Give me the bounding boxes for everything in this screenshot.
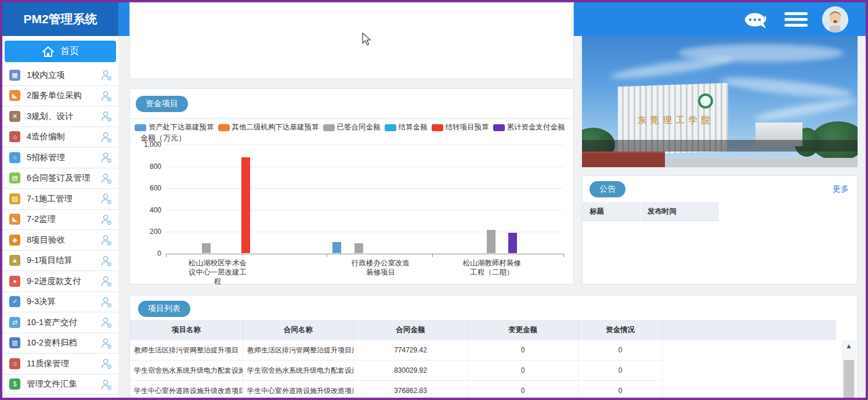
gridline	[166, 188, 563, 189]
user-permission-icon[interactable]	[100, 89, 113, 102]
col-funding-status: 资金情况	[578, 320, 663, 340]
user-permission-icon[interactable]	[100, 357, 113, 370]
user-permission-icon[interactable]	[100, 254, 113, 267]
user-permission-icon[interactable]	[100, 213, 113, 226]
legend-label: 资产处下达基建预算	[149, 122, 214, 132]
legend-label: 累计资金支付金额	[507, 122, 565, 132]
announcements-more-link[interactable]: 更多	[833, 184, 849, 194]
legend-label: 结转项目预算	[446, 122, 489, 132]
announcements-header-row: 标题 发布时间	[583, 202, 719, 221]
vertical-scrollbar[interactable]: ▲	[842, 340, 856, 400]
university-sign-text: 东莞理工学院	[626, 115, 725, 126]
legend-item[interactable]: 其他二级机构下达基建预算	[218, 122, 319, 132]
chart-bar	[487, 230, 496, 253]
user-permission-icon[interactable]	[100, 192, 113, 205]
sidebar-item-payment[interactable]: ● 9-2进度款支付	[2, 271, 118, 292]
chart-bar	[508, 233, 517, 253]
legend-swatch	[323, 124, 335, 131]
x-category-label: 松山湖校区学术会议中心一层改建工程	[185, 258, 250, 286]
announcements-panel: 公告 更多 标题 发布时间	[582, 175, 858, 284]
project-list-panel: 项目列表 项目名称 合同名称 合同金额 变更金额 资金情况 教师生活区排污管网整…	[129, 295, 858, 400]
pm2-app-window: PM2管理系统 整体业务流程图浏览	[0, 0, 868, 400]
sidebar-item-magnifier[interactable]: ○ 5招标管理	[2, 147, 118, 168]
sidebar-item-building[interactable]: ▦ 1校内立项	[2, 65, 118, 86]
cell-contract-name: 教师生活区排污管网整治提升项目施	[243, 340, 354, 360]
sidebar-item-document-collection[interactable]: $ 管理文件汇集	[2, 374, 118, 395]
legend-swatch	[218, 124, 230, 131]
funding-projects-tab[interactable]: 资金项目	[136, 96, 188, 112]
university-logo	[698, 93, 713, 109]
sidebar-item-design-tools[interactable]: ✕ 3规划、设计	[2, 106, 118, 127]
sidebar-item-school-building[interactable]: ⌂ 4造价编制	[2, 127, 118, 148]
user-permission-icon[interactable]	[100, 296, 113, 308]
user-avatar[interactable]	[822, 6, 848, 33]
sidebar-item-home[interactable]: 首页	[5, 41, 116, 62]
set-square-icon: ◣	[9, 90, 20, 101]
legend-item[interactable]: 结算金额	[385, 122, 428, 132]
legend-item[interactable]: 结转项目预算	[432, 122, 489, 132]
legend-item[interactable]: 资产处下达基建预算	[135, 122, 214, 132]
legend-item[interactable]: 累计资金支付金额	[493, 122, 565, 132]
table-row[interactable]: 教师生活区排污管网整治提升项目 教师生活区排污管网整治提升项目施 774729.…	[130, 340, 663, 361]
campus-photo[interactable]: 东莞理工学院	[582, 36, 858, 167]
legend-item[interactable]: 已签合同金额	[323, 122, 381, 132]
sidebar-item-final-account[interactable]: ✓ 9-3决算	[2, 292, 118, 313]
app-title: PM2管理系统	[23, 11, 97, 27]
hamburger-menu-icon[interactable]	[784, 12, 808, 27]
sidebar-item-archive[interactable]: ▥ 10-2资料归档	[2, 333, 118, 354]
user-permission-icon[interactable]	[100, 69, 113, 81]
sidebar-item-contract[interactable]: ▤ 6合同签订及管理	[2, 168, 118, 189]
user-permission-icon[interactable]	[100, 110, 113, 122]
chat-icon[interactable]	[743, 12, 771, 31]
chart-plot: 02004006008001,000松山湖校区学术会议中心一层改建工程行政楼办公…	[166, 145, 563, 254]
sidebar-item-asset-transfer[interactable]: ⇄ 10-1资产交付	[2, 312, 118, 333]
col-contract-name: 合同名称	[243, 320, 354, 340]
user-permission-icon[interactable]	[100, 172, 113, 185]
announcements-tab[interactable]: 公告	[589, 181, 625, 197]
cell-change-amount: 0	[468, 361, 578, 380]
cell-funding-status: 0	[578, 381, 663, 400]
table-row[interactable]: 学生中心室外道路设施升级改造项目 学生中心室外道路设施升级改造项目 376862…	[130, 381, 663, 400]
sidebar-item-survey-instrument[interactable]: ▲ 9-1项目结算	[2, 251, 118, 272]
asset-transfer-icon: ⇄	[9, 317, 20, 328]
user-permission-icon[interactable]	[100, 316, 113, 329]
contract-icon: ▤	[9, 172, 20, 183]
user-permission-icon[interactable]	[100, 337, 113, 349]
chart-bar	[202, 243, 211, 253]
cell-contract-amount: 774729.42	[354, 340, 468, 360]
user-permission-icon[interactable]	[100, 275, 113, 287]
user-permission-icon[interactable]	[100, 131, 113, 143]
sidebar-item-supervision[interactable]: ◣ 7-2监理	[2, 210, 118, 230]
column-header-publish-time: 发布时间	[641, 202, 719, 221]
archive-icon: ▥	[9, 337, 20, 348]
x-axis-tick	[327, 254, 327, 257]
chart-bar	[332, 242, 341, 253]
project-list-tab[interactable]: 项目列表	[138, 301, 190, 317]
sidebar-item-roadwork-sign[interactable]: ◆ 8项目验收	[2, 230, 118, 251]
gridline	[166, 232, 563, 232]
sidebar-item-set-square[interactable]: ◣ 2服务单位采购	[2, 86, 118, 107]
scroll-up-arrow-icon[interactable]: ▲	[842, 340, 856, 352]
legend-swatch	[385, 124, 396, 131]
sidebar-item-warranty[interactable]: ⌂ 11质保管理	[2, 354, 118, 374]
scrollbar-thumb[interactable]	[844, 360, 854, 400]
legend-swatch	[432, 124, 443, 131]
table-row[interactable]: 学生宿舍热水系统升级电力配套设施 学生宿舍热水系统升级电力配套设施 830029…	[130, 361, 663, 381]
user-permission-icon[interactable]	[100, 233, 113, 246]
cell-project-name: 教师生活区排污管网整治提升项目	[130, 340, 243, 360]
sidebar-item-construction[interactable]: ▨ 7-1施工管理	[2, 189, 118, 210]
y-tick-label: 200	[133, 228, 161, 236]
home-icon	[42, 46, 55, 57]
user-permission-icon[interactable]	[100, 151, 113, 164]
cell-funding-status: 0	[578, 361, 663, 380]
legend-label: 其他二级机构下达基建预算	[232, 122, 319, 132]
gridline	[166, 145, 563, 145]
user-permission-icon[interactable]	[100, 378, 113, 391]
legend-label: 已签合同金额	[337, 122, 381, 132]
magnifier-icon: ○	[9, 152, 20, 163]
cell-contract-amount: 376862.83	[354, 381, 468, 400]
chart-legend: 资产处下达基建预算其他二级机构下达基建预算已签合同金额结算金额结转项目预算累计资…	[135, 122, 571, 132]
app-logo: PM2管理系统	[2, 2, 118, 36]
legend-label: 结算金额	[399, 122, 428, 132]
legend-swatch	[135, 124, 146, 131]
